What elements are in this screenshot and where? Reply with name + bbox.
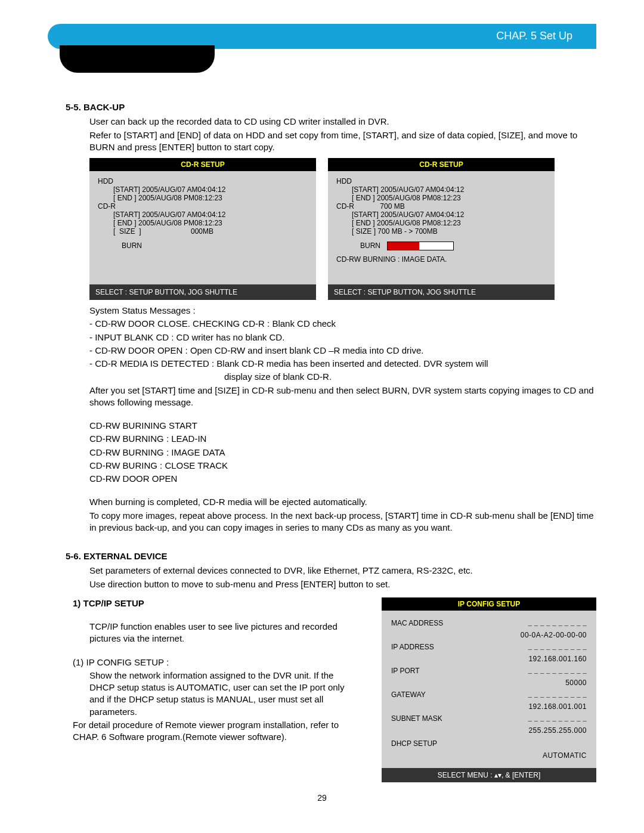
s56-p1: Set parameters of external devices conne… bbox=[89, 565, 596, 577]
ip-dashes: _ _ _ _ _ _ _ _ _ _ bbox=[528, 620, 587, 627]
panelB-cdr-end: [ END ] 2005/AUG/08 PM08:12:23 bbox=[336, 219, 546, 227]
ip-dashes: _ _ _ _ _ _ _ _ _ _ bbox=[528, 716, 587, 723]
panelA-hdd-end: [ END ] 2005/AUG/08 PM08:12:23 bbox=[98, 194, 308, 202]
ip-address-label: IP ADDRESS bbox=[391, 643, 528, 651]
panelB-cdr-size: [ SIZE ] 700 MB - > 700MB bbox=[336, 227, 546, 236]
ip-address-value: 192.168.001.160 bbox=[528, 655, 587, 663]
panelB-hdd-start: [START] 2005/AUG/07 AM04:04:12 bbox=[336, 185, 546, 194]
panelB-cdr-start: [START] 2005/AUG/07 AM04:04:12 bbox=[336, 210, 546, 219]
ip-gateway-label: GATEWAY bbox=[391, 690, 528, 699]
section-55-title: 5-5. BACK-UP bbox=[66, 101, 596, 113]
panelA-cdr-size: [ SIZE ] 000MB bbox=[98, 227, 308, 236]
ip-port-label: IP PORT bbox=[391, 667, 528, 675]
panelB-status: CD-RW BURNING : IMAGE DATA. bbox=[336, 255, 546, 264]
ip-subnet-label: SUBNET MASK bbox=[391, 714, 528, 723]
tcp-p2h: (1) IP CONFIG SETUP : bbox=[73, 657, 352, 668]
ip-dashes: _ _ _ _ _ _ _ _ _ _ bbox=[528, 644, 587, 651]
ip-config-panel: IP CONFIG SETUP MAC ADDRESS_ _ _ _ _ _ _… bbox=[382, 597, 596, 782]
panelB-burn: BURN bbox=[360, 241, 380, 250]
s56-p2: Use direction button to move to sub-menu… bbox=[89, 578, 596, 590]
ip-mac-value: 00-0A-A2-00-00-00 bbox=[521, 631, 587, 639]
ip-dhcp-value: AUTOMATIC bbox=[543, 751, 587, 760]
panelB-cdr: CD-R 700 MB bbox=[336, 202, 546, 210]
panelA-cdr-start: [START] 2005/AUG/07 AM04:04:12 bbox=[98, 210, 308, 219]
ip-panel-footer: SELECT MENU : ▴▾, & [ENTER] bbox=[382, 768, 596, 782]
panelB-hdd-end: [ END ] 2005/AUG/08 PM08:12:23 bbox=[336, 194, 546, 202]
tcp-p3: For detail procedure of Remote viewer pr… bbox=[73, 719, 352, 744]
panelB-title: CD-R SETUP bbox=[328, 158, 555, 171]
msgs-m3: - CD-RW DOOR OPEN : Open CD-RW and inser… bbox=[89, 345, 596, 357]
msgs-b4: CD-RW BURING : CLOSE TRACK bbox=[89, 460, 596, 472]
panelA-cdr: CD-R bbox=[98, 202, 308, 210]
chapter-title: CHAP. 5 Set Up bbox=[496, 30, 572, 42]
s55-p1: User can back up the recorded data to CD… bbox=[89, 116, 596, 128]
msgs-heading: System Status Messages : bbox=[89, 305, 596, 317]
msgs-after: After you set [START] time and [SIZE] in… bbox=[89, 385, 596, 409]
panelA-burn: BURN bbox=[98, 241, 308, 250]
panelB-footer: SELECT : SETUP BUTTON, JOG SHUTTLE bbox=[328, 284, 555, 300]
panelA-hdd-start: [START] 2005/AUG/07 AM04:04:12 bbox=[98, 185, 308, 194]
msgs-b2: CD-RW BURNING : LEAD-IN bbox=[89, 433, 596, 445]
tcp-p2: Show the network information assigned to… bbox=[89, 670, 352, 718]
panelB-burn-row: BURN bbox=[336, 241, 546, 250]
ip-panel-title: IP CONFIG SETUP bbox=[382, 597, 596, 611]
burn-progress-fill bbox=[388, 242, 419, 250]
ip-gateway-value: 192.168.001.001 bbox=[528, 702, 587, 711]
cdr-setup-panel-before: CD-R SETUP HDD [START] 2005/AUG/07 AM04:… bbox=[89, 158, 316, 300]
page-number: 29 bbox=[48, 782, 596, 803]
msgs-m2: - INPUT BLANK CD : CD writer has no blan… bbox=[89, 332, 596, 343]
cdr-setup-panel-burning: CD-R SETUP HDD [START] 2005/AUG/07 AM04:… bbox=[328, 158, 555, 300]
msgs-m4: - CD-R MEDIA IS DETECTED : Blank CD-R me… bbox=[89, 358, 596, 370]
panelB-hdd: HDD bbox=[336, 177, 546, 185]
ip-dashes: _ _ _ _ _ _ _ _ _ _ bbox=[528, 692, 587, 699]
s55-p2: Refer to [START] and [END] of data on HD… bbox=[89, 129, 596, 154]
msgs-b3: CD-RW BURNING : IMAGE DATA bbox=[89, 447, 596, 459]
msgs-m4b: display size of blank CD-R. bbox=[224, 371, 596, 383]
header-black-tab bbox=[60, 45, 215, 73]
tcp-p1: TCP/IP function enables user to see live… bbox=[89, 621, 352, 645]
panelA-cdr-end: [ END ] 2005/AUG/08 PM08:12:23 bbox=[98, 219, 308, 227]
panelA-footer: SELECT : SETUP BUTTON, JOG SHUTTLE bbox=[89, 284, 316, 300]
msgs-b5: CD-RW DOOR OPEN bbox=[89, 473, 596, 485]
msgs-b1: CD-RW BURINING START bbox=[89, 420, 596, 432]
ip-port-value: 50000 bbox=[565, 679, 587, 687]
msgs-next: To copy more images, repeat above proces… bbox=[89, 510, 596, 534]
section-56-title: 5-6. EXTERNAL DEVICE bbox=[66, 550, 596, 562]
ip-mac-label: MAC ADDRESS bbox=[391, 619, 528, 627]
panelA-hdd: HDD bbox=[98, 177, 308, 185]
msgs-done: When burning is completed, CD-R media wi… bbox=[89, 496, 596, 508]
msgs-m1: - CD-RW DOOR CLOSE. CHECKING CD-R : Blan… bbox=[89, 318, 596, 330]
chapter-header: CHAP. 5 Set Up bbox=[48, 24, 596, 49]
panelA-title: CD-R SETUP bbox=[89, 158, 316, 171]
ip-dhcp-label: DHCP SETUP bbox=[391, 739, 587, 748]
ip-dashes: _ _ _ _ _ _ _ _ _ _ bbox=[528, 668, 587, 675]
ip-subnet-value: 255.255.255.000 bbox=[528, 726, 587, 735]
tcp-title: 1) TCP/IP SETUP bbox=[73, 597, 352, 609]
burn-progress-bar bbox=[387, 241, 454, 250]
